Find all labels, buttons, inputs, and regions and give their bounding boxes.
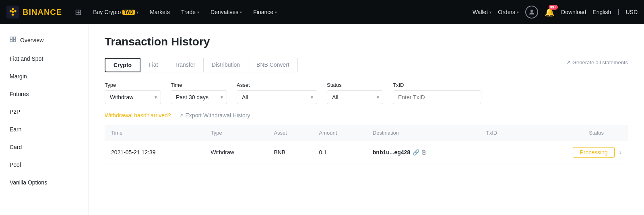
status-badge: Processing	[573, 147, 614, 158]
col-type: Type	[204, 125, 268, 141]
sidebar-item-earn[interactable]: Earn	[0, 121, 88, 138]
col-amount: Amount	[312, 125, 366, 141]
sidebar-item-p2p[interactable]: P2P	[0, 103, 88, 121]
asset-select[interactable]: All BTC ETH BNB	[237, 90, 317, 104]
status-label: Status	[327, 82, 383, 88]
cell-destination: bnb1u...eg428 🔗 ⎘	[366, 141, 480, 164]
sidebar-label-fiat-spot: Fiat and Spot	[10, 55, 43, 62]
nav-finance[interactable]: Finance ▾	[248, 6, 282, 18]
type-select-wrapper: Withdraw Deposit All	[105, 90, 161, 104]
filters-row: Type Withdraw Deposit All Time Past 30 d…	[105, 82, 628, 104]
tab-crypto[interactable]: Crypto	[105, 58, 140, 72]
main-content: Transaction History ↗ Generate all state…	[89, 24, 644, 215]
page-layout: Overview Fiat and Spot Margin Futures P2…	[0, 24, 644, 215]
cell-status: Processing ›	[521, 141, 628, 164]
export-withdrawal-link[interactable]: ↗ Export Withdrawal History	[179, 112, 250, 119]
col-txid: TxID	[480, 125, 521, 141]
table-row: 2021-05-21 12:39 Withdraw BNB 0.1 bnb1u.…	[105, 141, 628, 164]
chevron-icon: ▾	[489, 10, 491, 14]
cell-amount: 0.1	[312, 141, 366, 164]
col-status: Status	[521, 125, 628, 141]
tabs: Crypto Fiat Transfer Distribution BNB Co…	[105, 58, 628, 72]
nav-links: Buy Crypto TWD ▾ Markets Trade ▾ Derivat…	[88, 6, 469, 18]
link-icon[interactable]: 🔗	[413, 149, 419, 156]
nav-derivatives[interactable]: Derivatives ▾	[206, 6, 247, 18]
txid-filter: TxID	[393, 82, 481, 104]
user-avatar[interactable]	[525, 6, 538, 18]
nav-buy-crypto[interactable]: Buy Crypto TWD ▾	[88, 6, 143, 18]
sidebar: Overview Fiat and Spot Margin Futures P2…	[0, 24, 89, 215]
transaction-table: Time Type Asset Amount Destination TxID …	[105, 125, 628, 164]
txid-input[interactable]	[393, 90, 481, 104]
svg-rect-5	[13, 40, 15, 42]
logo[interactable]: BINANCE	[6, 6, 62, 18]
sidebar-item-vanilla-options[interactable]: Vanilla Options	[0, 174, 88, 191]
notifications-bell[interactable]: 🔔 99+	[545, 7, 555, 17]
type-select[interactable]: Withdraw Deposit All	[105, 90, 161, 104]
nav-divider: |	[617, 8, 619, 16]
orders-link[interactable]: Orders ▾	[498, 9, 519, 15]
svg-point-1	[530, 10, 533, 12]
generate-statements-link[interactable]: ↗ Generate all statements	[566, 59, 628, 66]
grid-menu-button[interactable]: ⊞	[72, 6, 85, 18]
cell-type: Withdraw	[204, 141, 268, 164]
type-label: Type	[105, 82, 161, 88]
type-filter: Type Withdraw Deposit All	[105, 82, 161, 104]
time-select[interactable]: Past 30 days Past 90 days Past 6 months …	[171, 90, 227, 104]
nav-right: Wallet ▾ Orders ▾ 🔔 99+ Download English…	[473, 6, 638, 18]
sidebar-label-pool: Pool	[10, 162, 21, 168]
sidebar-item-margin[interactable]: Margin	[0, 68, 88, 85]
status-select[interactable]: All Completed Processing Failed	[327, 90, 383, 104]
destination-address: bnb1u...eg428 🔗 ⎘	[373, 149, 473, 156]
asset-select-wrapper: All BTC ETH BNB	[237, 90, 317, 104]
time-filter: Time Past 30 days Past 90 days Past 6 mo…	[171, 82, 227, 104]
tab-bnb-convert[interactable]: BNB Convert	[248, 58, 298, 72]
cell-time: 2021-05-21 12:39	[105, 141, 204, 164]
tab-fiat[interactable]: Fiat	[140, 58, 166, 72]
time-label: Time	[171, 82, 227, 88]
sidebar-item-fiat-spot[interactable]: Fiat and Spot	[0, 50, 88, 68]
top-navigation: BINANCE ⊞ Buy Crypto TWD ▾ Markets Trade…	[0, 0, 644, 24]
sidebar-label-margin: Margin	[10, 73, 27, 80]
external-link-icon: ↗	[566, 59, 571, 66]
currency-selector[interactable]: USD	[625, 9, 638, 15]
sidebar-label-card: Card	[10, 144, 22, 150]
page-title: Transaction History	[105, 35, 628, 48]
sidebar-label-vanilla-options: Vanilla Options	[10, 179, 47, 186]
col-destination: Destination	[366, 125, 480, 141]
sidebar-item-card[interactable]: Card	[0, 138, 88, 156]
table-body: 2021-05-21 12:39 Withdraw BNB 0.1 bnb1u.…	[105, 141, 628, 164]
export-icon: ↗	[179, 113, 183, 118]
row-expand-icon[interactable]: ›	[619, 149, 621, 156]
time-select-wrapper: Past 30 days Past 90 days Past 6 months …	[171, 90, 227, 104]
nav-markets[interactable]: Markets	[145, 6, 175, 18]
sidebar-label-overview: Overview	[20, 37, 43, 43]
overview-icon	[10, 36, 16, 44]
language-selector[interactable]: English	[592, 9, 611, 15]
actions-row: Withdrawal hasn't arrived? ↗ Export With…	[105, 112, 628, 119]
chevron-icon: ▾	[517, 10, 519, 14]
download-link[interactable]: Download	[561, 9, 586, 15]
copy-icon[interactable]: ⎘	[422, 149, 425, 156]
sidebar-item-overview[interactable]: Overview	[0, 31, 88, 50]
chevron-icon: ▾	[136, 10, 138, 14]
logo-text: BINANCE	[23, 8, 62, 17]
sidebar-item-futures[interactable]: Futures	[0, 85, 88, 103]
sidebar-item-pool[interactable]: Pool	[0, 156, 88, 174]
withdrawal-not-arrived-link[interactable]: Withdrawal hasn't arrived?	[105, 112, 171, 119]
asset-label: Asset	[237, 82, 317, 88]
col-asset: Asset	[267, 125, 312, 141]
txid-label: TxID	[393, 82, 481, 88]
svg-rect-3	[13, 37, 15, 39]
table-header: Time Type Asset Amount Destination TxID …	[105, 125, 628, 141]
tab-transfer[interactable]: Transfer	[166, 58, 204, 72]
svg-rect-4	[10, 40, 12, 42]
asset-filter: Asset All BTC ETH BNB	[237, 82, 317, 104]
chevron-icon: ▾	[240, 10, 242, 14]
sidebar-label-futures: Futures	[10, 91, 29, 97]
wallet-link[interactable]: Wallet ▾	[473, 9, 491, 15]
tab-distribution[interactable]: Distribution	[204, 58, 248, 72]
sidebar-label-p2p: P2P	[10, 109, 20, 115]
nav-trade[interactable]: Trade ▾	[176, 6, 204, 18]
cell-txid	[480, 141, 521, 164]
